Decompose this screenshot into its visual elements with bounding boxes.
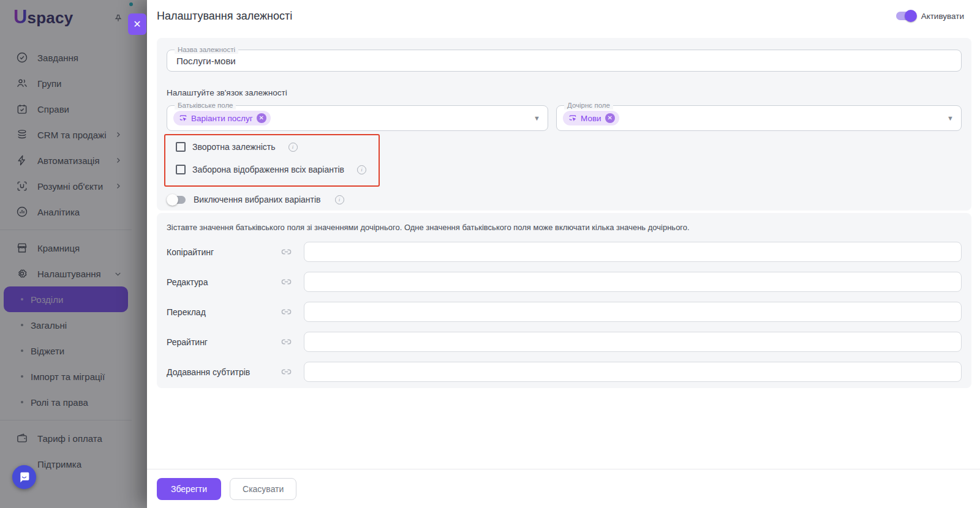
mapping-row-copywriting: Копірайтинг — [167, 242, 962, 262]
relation-section-label: Налаштуйте зв'язок залежності — [167, 88, 962, 97]
switch-knob — [905, 10, 917, 22]
mapping-row-subtitles: Додавання субтитрів — [167, 362, 962, 382]
parent-chip-label: Варіанти послуг — [191, 114, 253, 123]
info-icon[interactable]: i — [357, 165, 366, 174]
dependency-name-label: Назва залежності — [175, 45, 238, 54]
parent-field-chip[interactable]: Варіанти послуг ✕ — [173, 111, 271, 125]
exclude-selected-switch[interactable] — [168, 196, 186, 204]
mapping-values-input[interactable] — [304, 242, 962, 262]
child-field-select[interactable]: Дочірнє поле Мови ✕ ▼ — [556, 105, 962, 131]
parent-field-label: Батьківське поле — [175, 101, 236, 110]
mapping-instruction: Зіставте значення батьківського поля зі … — [167, 223, 962, 232]
link-icon — [281, 246, 293, 258]
mapping-row-label: Додавання субтитрів — [167, 367, 281, 377]
child-field-label: Дочірнє поле — [564, 101, 613, 110]
mapping-row-label: Рерайтинг — [167, 337, 281, 347]
info-icon[interactable]: i — [335, 195, 344, 204]
modal-backdrop[interactable] — [0, 0, 147, 508]
dropdown-caret-icon: ▼ — [947, 114, 954, 122]
value-mapping-card: Зіставте значення батьківського поля зі … — [157, 213, 971, 388]
activate-label: Активувати — [921, 12, 964, 21]
chip-remove-icon[interactable]: ✕ — [605, 113, 615, 123]
close-button[interactable]: ✕ — [128, 13, 146, 35]
panel-header: Налаштування залежності Активувати — [147, 0, 980, 32]
highlighted-options-box: Зворотна залежність i Заборона відображе… — [164, 134, 380, 187]
close-icon: ✕ — [133, 18, 141, 30]
child-field-chip[interactable]: Мови ✕ — [563, 111, 619, 125]
field-type-icon — [568, 114, 577, 122]
mapping-row-rewriting: Рерайтинг — [167, 332, 962, 352]
forbid-all-variants-checkbox[interactable] — [176, 165, 186, 174]
reverse-dependency-label: Зворотна залежність — [192, 142, 276, 152]
activate-toggle-group[interactable]: Активувати — [896, 12, 964, 21]
chip-remove-icon[interactable]: ✕ — [257, 113, 266, 123]
mapping-row-label: Редактура — [167, 277, 281, 287]
mapping-row-editing: Редактура — [167, 272, 962, 292]
parent-field-select[interactable]: Батьківське поле Варіанти послуг ✕ ▼ — [167, 105, 548, 131]
field-type-icon — [179, 114, 187, 122]
dropdown-caret-icon: ▼ — [533, 114, 540, 122]
support-chat-button[interactable] — [12, 465, 36, 489]
mapping-values-input[interactable] — [304, 302, 962, 322]
reverse-dependency-option: Зворотна залежність i — [176, 142, 379, 152]
mapping-values-input[interactable] — [304, 332, 962, 352]
dependency-name-field[interactable]: Назва залежності Послуги-мови — [167, 50, 962, 72]
forbid-all-variants-option: Заборона відображення всіх варіантів i — [176, 165, 379, 174]
mapping-row-translation: Переклад — [167, 302, 962, 322]
mapping-values-input[interactable] — [304, 362, 962, 382]
panel-footer: Зберегти Скасувати — [147, 469, 980, 508]
reverse-dependency-checkbox[interactable] — [176, 142, 186, 152]
forbid-all-variants-label: Заборона відображення всіх варіантів — [192, 165, 344, 174]
child-chip-label: Мови — [581, 114, 601, 123]
link-icon — [281, 306, 293, 318]
info-icon[interactable]: i — [288, 143, 298, 152]
link-icon — [281, 336, 293, 348]
mapping-row-label: Копірайтинг — [167, 247, 281, 257]
link-icon — [281, 276, 293, 288]
activate-switch[interactable] — [896, 12, 914, 20]
dependency-settings-panel: Налаштування залежності Активувати Назва… — [147, 0, 980, 508]
relation-fields-row: Батьківське поле Варіанти послуг ✕ ▼ Доч… — [167, 105, 962, 131]
screen: U spacy Завдання Групи Справи CRM — [0, 0, 980, 508]
page-title: Налаштування залежності — [157, 10, 292, 23]
save-button[interactable]: Зберегти — [157, 478, 221, 500]
link-icon — [281, 366, 293, 378]
exclude-selected-option: Виключення вибраних варіантів i — [167, 195, 962, 204]
chat-bubble-icon — [18, 471, 31, 484]
mapping-values-input[interactable] — [304, 272, 962, 292]
mapping-row-label: Переклад — [167, 307, 281, 317]
cancel-button[interactable]: Скасувати — [230, 478, 296, 500]
exclude-selected-label: Виключення вибраних варіантів — [194, 195, 321, 204]
dependency-name-value: Послуги-мови — [167, 56, 236, 66]
switch-knob — [167, 194, 178, 206]
dependency-config-card: Назва залежності Послуги-мови Налаштуйте… — [157, 38, 971, 211]
